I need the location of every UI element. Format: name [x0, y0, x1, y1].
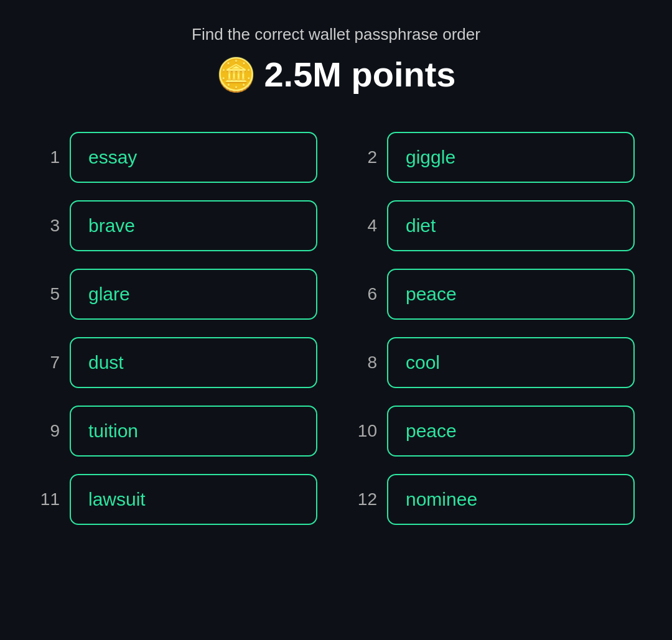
word-row: 6peace [355, 269, 635, 320]
word-row: 4diet [355, 200, 635, 251]
word-row: 7dust [37, 337, 317, 388]
word-number: 11 [37, 489, 60, 509]
page-subtitle: Find the correct wallet passphrase order [192, 25, 480, 44]
word-row: 2giggle [355, 132, 635, 183]
word-box-7[interactable]: dust [70, 337, 317, 388]
word-number: 5 [37, 284, 60, 304]
word-box-11[interactable]: lawsuit [70, 474, 317, 525]
word-row: 3brave [37, 200, 317, 251]
word-row: 11lawsuit [37, 474, 317, 525]
word-number: 9 [37, 421, 60, 441]
word-box-9[interactable]: tuition [70, 406, 317, 457]
points-row: 🪙 2.5M points [192, 54, 480, 95]
word-box-2[interactable]: giggle [387, 132, 635, 183]
word-box-3[interactable]: brave [70, 200, 317, 251]
word-number: 12 [355, 489, 377, 509]
word-number: 3 [37, 216, 60, 236]
word-number: 6 [355, 284, 377, 304]
word-row: 12nominee [355, 474, 635, 525]
word-box-4[interactable]: diet [387, 200, 635, 251]
word-number: 4 [355, 216, 377, 236]
word-number: 8 [355, 353, 377, 373]
word-row: 9tuition [37, 406, 317, 457]
word-row: 8cool [355, 337, 635, 388]
word-box-1[interactable]: essay [70, 132, 317, 183]
word-row: 10peace [355, 406, 635, 457]
words-grid: 1essay2giggle3brave4diet5glare6peace7dus… [37, 132, 635, 525]
word-number: 7 [37, 353, 60, 373]
word-row: 5glare [37, 269, 317, 320]
word-box-5[interactable]: glare [70, 269, 317, 320]
word-box-10[interactable]: peace [387, 406, 635, 457]
coin-icon: 🪙 [216, 58, 256, 91]
points-display: 2.5M points [264, 54, 455, 95]
word-number: 1 [37, 147, 60, 167]
word-box-6[interactable]: peace [387, 269, 635, 320]
word-row: 1essay [37, 132, 317, 183]
page-header: Find the correct wallet passphrase order… [192, 25, 480, 95]
word-box-12[interactable]: nominee [387, 474, 635, 525]
word-number: 10 [355, 421, 377, 441]
word-box-8[interactable]: cool [387, 337, 635, 388]
word-number: 2 [355, 147, 377, 167]
